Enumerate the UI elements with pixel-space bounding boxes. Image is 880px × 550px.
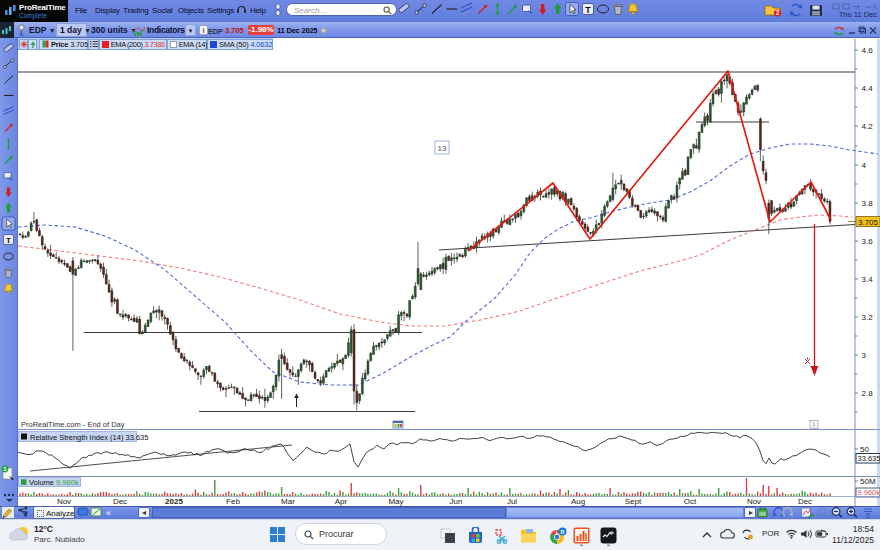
svg-text:4: 4 bbox=[862, 161, 867, 170]
svg-text:50M: 50M bbox=[860, 477, 876, 486]
svg-text:13: 13 bbox=[438, 144, 447, 153]
svg-text:33.635: 33.635 bbox=[858, 454, 880, 463]
svg-text:50: 50 bbox=[860, 445, 869, 454]
svg-text:Jun: Jun bbox=[450, 497, 463, 506]
svg-text:Relative Strength Index (14): Relative Strength Index (14) 33.635 bbox=[30, 433, 148, 442]
svg-text:3.705: 3.705 bbox=[858, 218, 879, 227]
svg-text:Dec: Dec bbox=[113, 497, 127, 506]
svg-text:Dec: Dec bbox=[798, 497, 812, 506]
svg-text:Volume 9.960k: Volume 9.960k bbox=[29, 478, 79, 487]
svg-text:Nov: Nov bbox=[57, 497, 71, 506]
svg-text:Sept: Sept bbox=[625, 497, 642, 506]
svg-text:4.2: 4.2 bbox=[862, 122, 874, 131]
svg-text:9.960k: 9.960k bbox=[858, 488, 880, 497]
svg-text:3: 3 bbox=[862, 351, 867, 360]
svg-text:T: T bbox=[6, 236, 11, 245]
svg-text:2.8: 2.8 bbox=[862, 389, 874, 398]
svg-text:2025: 2025 bbox=[165, 497, 183, 506]
svg-text:Jul: Jul bbox=[507, 497, 517, 506]
svg-text:ProRealTime.com - End of Day: ProRealTime.com - End of Day bbox=[21, 420, 125, 429]
svg-text:Oct: Oct bbox=[684, 497, 697, 506]
svg-text:Apr: Apr bbox=[335, 497, 348, 506]
svg-text:Feb: Feb bbox=[226, 497, 240, 506]
svg-text:Nov: Nov bbox=[747, 497, 761, 506]
svg-text:3.2: 3.2 bbox=[862, 313, 874, 322]
svg-text:Aug: Aug bbox=[571, 497, 585, 506]
svg-text:4.6: 4.6 bbox=[862, 46, 874, 55]
svg-text:3.8: 3.8 bbox=[862, 199, 874, 208]
svg-text:3.6: 3.6 bbox=[862, 237, 874, 246]
svg-text:Mar: Mar bbox=[281, 497, 295, 506]
svg-text:i: i bbox=[813, 421, 814, 428]
svg-text:3.4: 3.4 bbox=[862, 275, 874, 284]
svg-text:May: May bbox=[388, 497, 403, 506]
svg-text:4.4: 4.4 bbox=[862, 84, 874, 93]
svg-text:R: R bbox=[561, 529, 565, 535]
svg-text:«: « bbox=[106, 508, 111, 518]
